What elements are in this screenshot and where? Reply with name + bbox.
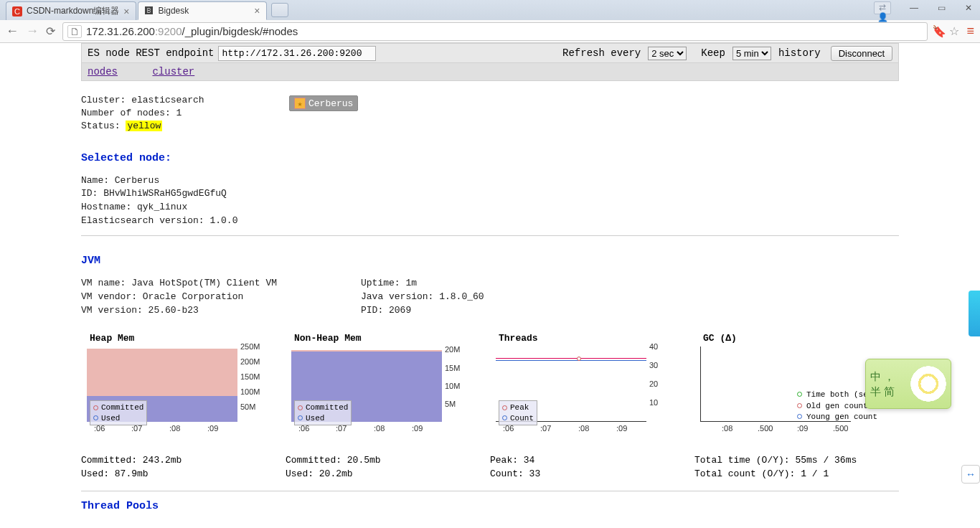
side-widget[interactable]: [969, 291, 980, 336]
ime-widget[interactable]: 中 ， 半 简: [865, 359, 951, 409]
chart-legend: Committed Used: [294, 400, 352, 425]
bigdesk-toolbar: ES node REST endpoint Refresh every 2 se…: [81, 43, 899, 63]
chart-stats: Total time (O/Y): 55ms / 36ms Total coun…: [694, 454, 899, 480]
chart-legend: Peak Count: [499, 400, 537, 425]
vm-version: VM version: 25.60-b23: [81, 304, 361, 318]
omnibox[interactable]: 🗋 172.31.26.200:9200/_plugin/bigdesk/#no…: [62, 22, 928, 41]
chart-legend: Committed Used: [90, 400, 147, 425]
node-chip[interactable]: ★ Cerberus: [289, 95, 358, 111]
window-maximize-icon[interactable]: ▭: [933, 3, 950, 13]
jvm-heading: JVM: [81, 255, 899, 267]
marker-icon: [577, 357, 581, 361]
ime-text: 中 ， 半 简: [870, 369, 895, 399]
divider: [81, 235, 899, 236]
back-button[interactable]: ←: [6, 24, 19, 39]
nodes-link[interactable]: nodes: [88, 66, 118, 77]
vm-vendor: VM vendor: Oracle Corporation: [81, 291, 361, 304]
url-port: :9200: [155, 25, 182, 37]
cluster-name: Cluster: elasticsearch: [81, 94, 289, 107]
window-minimize-icon[interactable]: —: [905, 3, 923, 13]
y-axis: 20M 15M 10M 5M: [445, 342, 477, 425]
chart-nonheap: Non-Heap Mem Committed Used 20M: [286, 333, 490, 480]
node-es-version: Elasticsearch version: 1.0.0: [81, 214, 899, 228]
gc-yaxis-line: [700, 346, 701, 422]
profile-chip[interactable]: ⇄👤: [874, 1, 891, 14]
refresh-label: Refresh every: [562, 47, 641, 59]
window-controls: ⇄👤 — ▭ ✕: [874, 1, 977, 14]
disconnect-button[interactable]: Disconnect: [831, 46, 892, 61]
cluster-link[interactable]: cluster: [152, 66, 194, 77]
forward-button[interactable]: →: [26, 24, 39, 39]
translate-icon[interactable]: 🔖: [932, 24, 946, 38]
master-star-icon: ★: [294, 98, 306, 109]
url-path: /_plugin/bigdesk/#nodes: [182, 25, 298, 37]
chrome-menu-icon[interactable]: ≡: [966, 24, 974, 39]
threads-count-line: [496, 360, 646, 361]
node-id: ID: BHvWlhiWSRaHG5gwdEGfuQ: [81, 187, 899, 201]
tab-close-icon[interactable]: ×: [254, 6, 260, 16]
chart-stats: Peak: 34 Count: 33: [490, 454, 694, 480]
url-host: 172.31.26.200: [86, 25, 155, 37]
node-hostname: Hostname: qyk_linux: [81, 201, 899, 214]
endpoint-label: ES node REST endpoint: [88, 47, 214, 59]
tab-csdn[interactable]: C CSDN-markdown编辑器 ×: [6, 1, 136, 20]
node-chip-label: Cerberus: [308, 98, 353, 109]
tab-title: CSDN-markdown编辑器: [27, 5, 119, 17]
cluster-node-count: Number of nodes: 1: [81, 107, 289, 120]
cluster-info: Cluster: elasticsearch Number of nodes: …: [81, 94, 289, 133]
cluster-status: Status: yellow: [81, 120, 289, 133]
chart-title: GC (Δ): [703, 333, 899, 344]
pid: PID: 2069: [361, 304, 641, 318]
x-axis: :06 :07 :08 :09: [87, 424, 237, 434]
favicon-csdn: C: [12, 6, 22, 16]
reload-button[interactable]: ⟳: [46, 24, 55, 38]
chart-threads: Threads Peak Count 40: [490, 333, 694, 480]
status-badge: yellow: [126, 121, 162, 131]
selected-node-heading: Selected node:: [81, 152, 899, 164]
divider: [81, 491, 899, 491]
chart-heap: Heap Mem Committed Used 250M 2: [81, 333, 286, 480]
page-icon: 🗋: [67, 25, 82, 38]
x-axis: :06 :07 :08 :09: [496, 424, 646, 434]
jvm-block: VM name: Java HotSpot(TM) Client VM VM v…: [81, 277, 899, 318]
y-axis: 40 30 20 10: [649, 342, 682, 425]
new-tab-button[interactable]: [271, 3, 288, 17]
y-axis: 250M 200M 150M 100M 50M: [240, 342, 273, 425]
uptime: Uptime: 1m: [361, 277, 641, 291]
node-name: Name: Cerberus: [81, 174, 899, 188]
java-version: Java version: 1.8.0_60: [361, 291, 641, 304]
x-axis: :06 :07 :08 :09: [291, 424, 442, 434]
keep-select[interactable]: 5 min: [732, 47, 771, 60]
tab-title: Bigdesk: [159, 6, 250, 16]
endpoint-input[interactable]: [218, 46, 376, 61]
window-close-icon[interactable]: ✕: [960, 3, 977, 13]
vm-name: VM name: Java HotSpot(TM) Client VM: [81, 277, 361, 291]
x-axis: :08 .500 :09 .500: [700, 424, 851, 434]
teamviewer-icon[interactable]: ↔: [961, 465, 980, 484]
chart-stats: Committed: 20.5mb Used: 20.2mb: [286, 454, 490, 480]
address-bar: ← → ⟳ 🗋 172.31.26.200:9200/_plugin/bigde…: [0, 20, 980, 43]
chart-stats: Committed: 243.2mb Used: 87.9mb: [81, 454, 286, 480]
tab-bar: C CSDN-markdown编辑器 × 🅱 Bigdesk × ⇄👤 — ▭ …: [0, 0, 980, 20]
keep-label: Keep: [701, 47, 725, 59]
refresh-select[interactable]: 2 sec: [648, 47, 687, 60]
flower-icon: [910, 366, 946, 402]
tab-bigdesk[interactable]: 🅱 Bigdesk ×: [138, 1, 267, 20]
thread-pools-heading: Thread Pools: [81, 500, 899, 512]
tab-close-icon[interactable]: ×: [123, 6, 129, 16]
bookmark-star-icon[interactable]: ☆: [949, 24, 959, 38]
history-label: history: [778, 47, 821, 59]
selected-node-block: Name: Cerberus ID: BHvWlhiWSRaHG5gwdEGfu…: [81, 174, 899, 228]
threads-peak-line: [496, 358, 646, 359]
favicon-bigdesk: 🅱: [144, 6, 154, 16]
subnav: nodes cluster: [81, 63, 899, 81]
